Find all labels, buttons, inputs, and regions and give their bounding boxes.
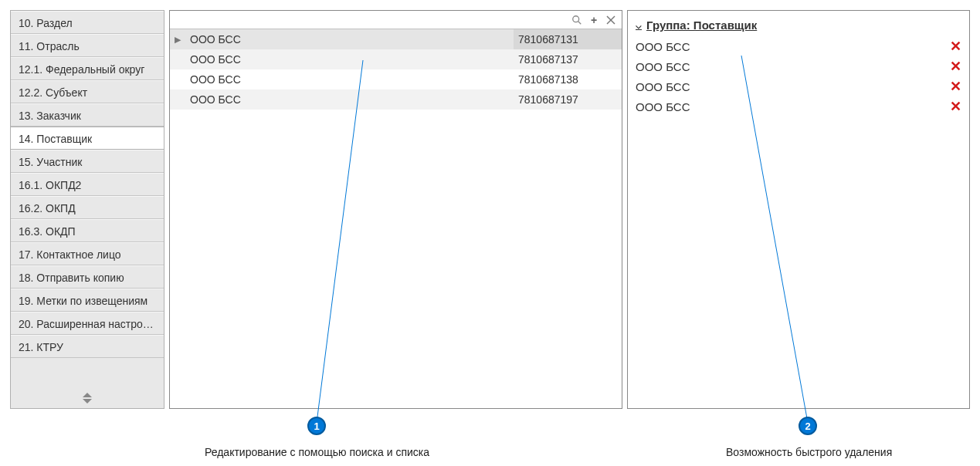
add-icon[interactable]: + [588, 14, 600, 26]
row-name: ООО БСС [185, 29, 514, 49]
row-code: 7810687197 [514, 89, 622, 110]
row-code: 7810687131 [514, 29, 622, 49]
sidebar-scroll-down[interactable] [83, 399, 92, 404]
sidebar-item[interactable]: 18. Отправить копию [11, 265, 164, 289]
delete-icon[interactable]: ✕ [950, 78, 961, 95]
row-handle-icon: ▶ [170, 29, 185, 49]
group-title: Группа: Поставщик [646, 19, 757, 32]
row-handle-icon [170, 69, 185, 89]
sidebar-item[interactable]: 11. Отрасль [11, 34, 164, 57]
sidebar-item[interactable]: 17. Контактное лицо [11, 242, 164, 265]
row-name: ООО БСС [185, 69, 514, 89]
sidebar-scroll-arrows [11, 388, 164, 408]
table-row[interactable]: ООО БСС7810687137 [170, 49, 622, 69]
close-icon[interactable] [605, 14, 617, 26]
row-code: 7810687138 [514, 69, 622, 89]
row-name: ООО БСС [185, 49, 514, 69]
sidebar-scroll-up[interactable] [83, 393, 92, 397]
search-icon[interactable] [571, 14, 583, 26]
group-item-label: ООО БСС [636, 80, 690, 93]
group-item-label: ООО БСС [636, 100, 690, 113]
sidebar-item[interactable]: 19. Метки по извещениям [11, 289, 164, 312]
row-handle-icon [170, 89, 185, 110]
svg-point-0 [573, 15, 579, 22]
sidebar-item[interactable]: 20. Расширенная настройка [11, 312, 164, 335]
sidebar-item[interactable]: 12.1. Федеральный округ [11, 57, 164, 80]
row-handle-icon [170, 49, 185, 69]
table-row[interactable]: ▶ООО БСС7810687131 [170, 29, 622, 49]
sidebar-item[interactable]: 15. Участник [11, 150, 164, 173]
sidebar-item[interactable]: 21. КТРУ [11, 335, 164, 358]
sidebar-item[interactable]: 13. Заказчик [11, 103, 164, 127]
group-item: ООО БСС✕ [636, 76, 961, 96]
callout-badge-2: 2 [799, 417, 817, 435]
sidebar: 10. Раздел11. Отрасль12.1. Федеральный о… [10, 10, 164, 409]
chevron-down-icon: ⌵ [636, 19, 642, 31]
sidebar-item[interactable]: 16.3. ОКДП [11, 219, 164, 242]
callout-text-2: Возможность быстрого удаления [726, 446, 892, 458]
sidebar-item[interactable]: 10. Раздел [11, 11, 164, 34]
group-header[interactable]: ⌵ Группа: Поставщик [636, 19, 961, 32]
delete-icon[interactable]: ✕ [950, 38, 961, 55]
callout-badge-1: 1 [307, 417, 326, 435]
group-item: ООО БСС✕ [636, 96, 961, 117]
sidebar-item[interactable]: 16.2. ОКПД [11, 196, 164, 219]
table-row[interactable]: ООО БСС7810687138 [170, 69, 622, 89]
callout-text-1: Редактирование с помощью поиска и списка [205, 446, 429, 458]
search-toolbar: + [170, 11, 622, 29]
group-item: ООО БСС✕ [636, 36, 961, 56]
row-name: ООО БСС [185, 89, 514, 110]
results-panel: + ▶ООО БСС7810687131ООО БСС7810687137ООО… [169, 10, 622, 409]
table-row[interactable]: ООО БСС7810687197 [170, 89, 622, 110]
svg-line-1 [578, 21, 582, 24]
sidebar-item[interactable]: 12.2. Субъект [11, 80, 164, 103]
row-code: 7810687137 [514, 49, 622, 69]
group-item: ООО БСС✕ [636, 56, 961, 76]
sidebar-item[interactable]: 16.1. ОКПД2 [11, 173, 164, 196]
group-panel: ⌵ Группа: Поставщик ООО БСС✕ООО БСС✕ООО … [627, 10, 970, 409]
group-item-label: ООО БСС [636, 60, 690, 73]
sidebar-item[interactable]: 14. Поставщик [11, 127, 164, 150]
delete-icon[interactable]: ✕ [950, 98, 961, 115]
results-table: ▶ООО БСС7810687131ООО БСС7810687137ООО Б… [170, 29, 622, 408]
group-item-label: ООО БСС [636, 40, 690, 53]
delete-icon[interactable]: ✕ [950, 58, 961, 75]
